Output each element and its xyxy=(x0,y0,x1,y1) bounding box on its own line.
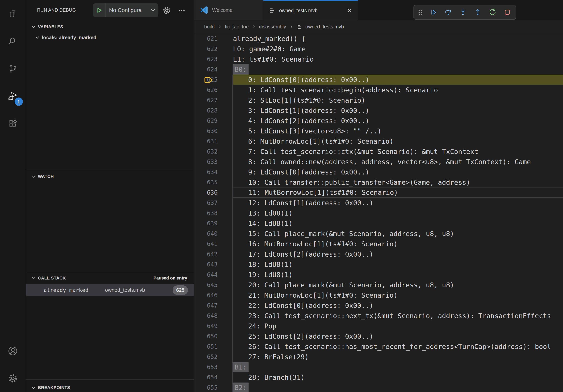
code-text[interactable]: 25: LdConst[2](address: 0x00..) xyxy=(233,331,563,341)
code-line[interactable]: 6283: LdConst[1](address: 0x00..) xyxy=(194,105,563,116)
code-line[interactable]: 64823: Call test_scenario::next_tx(&mut … xyxy=(194,311,563,321)
code-line[interactable]: 63510: Call transfer::public_transfer<Ga… xyxy=(194,177,563,187)
code-line[interactable]: 64924: Pop xyxy=(194,321,563,331)
code-line[interactable]: 63611: MutBorrowLoc[1](ts#1#0: Scenario) xyxy=(194,187,563,198)
code-text[interactable]: 4: LdConst[2](address: 0x00..) xyxy=(233,116,563,126)
current-line-marker[interactable] xyxy=(194,75,205,85)
code-line[interactable]: 653B1: xyxy=(194,362,563,372)
call-stack-section-header[interactable]: CALL STACK Paused on entry xyxy=(26,273,194,283)
code-line[interactable]: 6316: MutBorrowLoc[1](ts#1#0: Scenario) xyxy=(194,136,563,146)
gutter-marker-slot[interactable] xyxy=(194,259,205,270)
code-text[interactable]: 27: BrFalse(29) xyxy=(233,352,563,362)
gutter-marker-slot[interactable] xyxy=(194,301,205,311)
breadcrumb-item-file[interactable]: owned_tests.mvb xyxy=(296,24,344,30)
breadcrumb-item[interactable]: build xyxy=(204,24,215,30)
code-line[interactable]: 6250: LdConst[0](address: 0x00..) xyxy=(194,75,563,85)
code-text[interactable]: L1: ts#1#0: Scenario xyxy=(233,54,563,64)
gutter-marker-slot[interactable] xyxy=(194,198,205,208)
code-line[interactable]: 622L0: game#2#0: Game xyxy=(194,44,563,54)
close-tab-button[interactable] xyxy=(346,7,353,14)
debug-settings-button[interactable] xyxy=(162,6,171,15)
code-line[interactable]: 655B2: xyxy=(194,382,563,392)
code-line[interactable]: 621already_marked() { xyxy=(194,34,563,44)
gutter-marker-slot[interactable] xyxy=(194,95,205,105)
launch-config-dropdown[interactable]: No Configura xyxy=(93,3,158,17)
code-text[interactable]: 21: MutBorrowLoc[1](ts#1#0: Scenario) xyxy=(233,290,563,301)
gutter-marker-slot[interactable] xyxy=(194,341,205,352)
code-line[interactable]: 64116: MutBorrowLoc[1](ts#1#0: Scenario) xyxy=(194,239,563,249)
gutter-marker-slot[interactable] xyxy=(194,167,205,177)
code-text[interactable]: 26: Call test_scenario::has_most_recent_… xyxy=(233,341,563,352)
gutter-marker-slot[interactable] xyxy=(194,331,205,341)
gutter-marker-slot[interactable] xyxy=(194,382,205,392)
gutter-marker-slot[interactable] xyxy=(194,126,205,136)
code-line[interactable]: 6327: Call test_scenario::ctx(&mut Scena… xyxy=(194,146,563,157)
code-text[interactable]: already_marked() { xyxy=(233,34,563,44)
gutter-marker-slot[interactable] xyxy=(194,321,205,331)
variables-section-header[interactable]: VARIABLES xyxy=(26,22,194,32)
code-text[interactable]: 13: LdU8(1) xyxy=(233,208,563,218)
code-text[interactable]: 10: Call transfer::public_transfer<Game>… xyxy=(233,177,563,187)
gutter-marker-slot[interactable] xyxy=(194,116,205,126)
code-line[interactable]: 65025: LdConst[2](address: 0x00..) xyxy=(194,331,563,341)
code-line[interactable]: 65126: Call test_scenario::has_most_rece… xyxy=(194,341,563,352)
continue-button[interactable] xyxy=(428,7,438,18)
start-debugging-button[interactable] xyxy=(93,3,105,17)
more-actions-button[interactable] xyxy=(178,7,186,15)
code-text[interactable]: 9: LdConst[0](address: 0x00..) xyxy=(233,167,563,177)
gutter-marker-slot[interactable] xyxy=(194,177,205,187)
code-text[interactable]: 11: MutBorrowLoc[1](ts#1#0: Scenario) xyxy=(233,187,563,198)
code-text[interactable]: 20: Call place_mark(&mut Scenario, addre… xyxy=(233,280,563,290)
code-line[interactable]: 65227: BrFalse(29) xyxy=(194,352,563,362)
code-text[interactable]: 28: Branch(31) xyxy=(233,372,563,382)
code-line[interactable]: 6294: LdConst[2](address: 0x00..) xyxy=(194,116,563,126)
gutter-marker-slot[interactable] xyxy=(194,208,205,218)
tab-welcome[interactable]: Welcome xyxy=(194,0,263,20)
code-line[interactable]: 624B0: xyxy=(194,64,563,75)
code-line[interactable]: 6272: StLoc[1](ts#1#0: Scenario) xyxy=(194,95,563,105)
code-text[interactable]: 1: Call test_scenario::begin(address): S… xyxy=(233,85,563,95)
code-line[interactable]: 6349: LdConst[0](address: 0x00..) xyxy=(194,167,563,177)
gutter-marker-slot[interactable] xyxy=(194,136,205,146)
gutter-marker-slot[interactable] xyxy=(194,270,205,280)
restart-button[interactable] xyxy=(487,7,498,18)
gutter-marker-slot[interactable] xyxy=(194,34,205,44)
code-text[interactable]: 2: StLoc[1](ts#1#0: Scenario) xyxy=(233,95,563,105)
gutter-marker-slot[interactable] xyxy=(194,146,205,157)
gutter-marker-slot[interactable] xyxy=(194,187,205,198)
gutter-marker-slot[interactable] xyxy=(194,218,205,229)
stop-button[interactable] xyxy=(502,7,512,18)
code-text[interactable]: 0: LdConst[0](address: 0x00..) xyxy=(233,75,563,85)
code-line[interactable]: 64419: LdU8(1) xyxy=(194,270,563,280)
code-line[interactable]: 64318: LdU8(1) xyxy=(194,259,563,270)
gutter-marker-slot[interactable] xyxy=(194,280,205,290)
step-out-button[interactable] xyxy=(473,7,483,18)
code-text[interactable]: 23: Call test_scenario::next_tx(&mut Sce… xyxy=(233,311,563,321)
code-line[interactable]: 623L1: ts#1#0: Scenario xyxy=(194,54,563,64)
code-line[interactable]: 63813: LdU8(1) xyxy=(194,208,563,218)
gutter-marker-slot[interactable] xyxy=(194,249,205,259)
gutter-marker-slot[interactable] xyxy=(194,372,205,382)
step-into-button[interactable] xyxy=(458,7,468,18)
code-text[interactable]: B0: xyxy=(233,64,563,75)
code-line[interactable]: 64722: LdConst[0](address: 0x00..) xyxy=(194,301,563,311)
code-text[interactable]: 7: Call test_scenario::ctx(&mut Scenario… xyxy=(233,146,563,157)
stack-frame-row[interactable]: already_marked owned_tests.mvb 625 xyxy=(26,284,194,296)
gutter-marker-slot[interactable] xyxy=(194,44,205,54)
gutter-marker-slot[interactable] xyxy=(194,352,205,362)
code-line[interactable]: 64621: MutBorrowLoc[1](ts#1#0: Scenario) xyxy=(194,290,563,301)
gutter-marker-slot[interactable] xyxy=(194,229,205,239)
activity-item-extensions[interactable] xyxy=(0,110,26,137)
toolbar-drag-handle[interactable] xyxy=(417,7,424,18)
code-line[interactable]: 64217: LdConst[2](address: 0x00..) xyxy=(194,249,563,259)
code-line[interactable]: 64015: Call place_mark(&mut Scenario, ad… xyxy=(194,229,563,239)
gutter-marker-slot[interactable] xyxy=(194,157,205,167)
code-line[interactable]: 65428: Branch(31) xyxy=(194,372,563,382)
gutter-marker-slot[interactable] xyxy=(194,105,205,116)
code-text[interactable]: 3: LdConst[1](address: 0x00..) xyxy=(233,105,563,116)
code-line[interactable]: 6338: Call owned::new(address, address, … xyxy=(194,157,563,167)
breadcrumb-item[interactable]: tic_tac_toe xyxy=(225,24,249,30)
code-line[interactable]: 63712: LdConst[1](address: 0x00..) xyxy=(194,198,563,208)
activity-item-accounts[interactable] xyxy=(0,337,26,365)
code-text[interactable]: 14: LdU8(1) xyxy=(233,218,563,229)
